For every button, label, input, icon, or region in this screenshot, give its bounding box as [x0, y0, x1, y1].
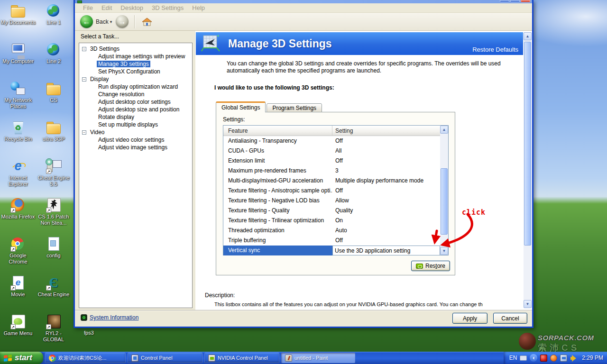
page-header-band: Manage 3D Settings Restore Defaults	[196, 32, 523, 55]
back-button[interactable]: ←	[80, 15, 93, 28]
desktop-icon-cs-1-6-patch-non-stea[interactable]: ↗CS 1.6 Patch Non Stea...	[36, 197, 71, 226]
display-tray-icon[interactable]	[560, 355, 567, 362]
start-button[interactable]: start	[0, 352, 43, 364]
tree-item-run-display-optimization-wizard[interactable]: Run display optimization wizard	[79, 83, 192, 91]
scroll-up-icon[interactable]: ▲	[440, 126, 448, 134]
collapse-chevron-icon[interactable]: ‹	[530, 354, 537, 362]
nvidia-icon	[208, 355, 215, 362]
tree-item-3d-settings[interactable]: −3D Settings	[79, 45, 192, 53]
keyboard-input-icon[interactable]	[520, 355, 527, 361]
taskbar-item-欢迎访问索沛cs论[interactable]: 欢迎访问索沛CS论...	[45, 353, 126, 363]
desktop-icon-game-menu[interactable]: ↗Game Menu	[0, 314, 36, 337]
settings-row-maximum-pre-rendered-frames[interactable]: Maximum pre-rendered frames3	[223, 166, 440, 176]
desktop-icon-my-documents[interactable]: My Documents	[0, 3, 36, 26]
collapse-box-icon[interactable]: −	[82, 130, 86, 135]
restore-defaults-link[interactable]: Restore Defaults	[472, 46, 518, 53]
antivirus-tray-icon[interactable]	[540, 355, 547, 362]
desktop-icon-ultra-3gp[interactable]: ultra 3GP	[36, 119, 71, 142]
desktop-icon-mozilla-firefox[interactable]: ↗Mozilla Firefox	[0, 197, 36, 220]
titlebar[interactable]	[75, 0, 532, 3]
volume-tray-icon[interactable]	[570, 355, 577, 362]
ce-e-icon: Є↗	[46, 275, 62, 290]
cancel-button[interactable]: Cancel	[493, 313, 527, 324]
desktop-icon-my-network-places[interactable]: My Network Places	[0, 81, 36, 109]
desktop-icon-google-chrome[interactable]: ↗Google Chrome	[0, 236, 36, 265]
table-scrollbar-thumb[interactable]	[441, 168, 448, 235]
menu-item-3d-settings[interactable]: 3D Settings	[147, 3, 188, 12]
tree-item-display[interactable]: −Display	[79, 75, 192, 83]
maximize-button[interactable]	[510, 0, 520, 2]
collapse-box-icon[interactable]: −	[82, 77, 86, 82]
tree-item-change-resolution[interactable]: Change resolution	[79, 91, 192, 98]
desktop-icon-line-2[interactable]: Line 2	[36, 42, 71, 64]
home-icon[interactable]	[141, 17, 153, 27]
page-scroll-down-icon[interactable]: ▼	[524, 300, 532, 308]
settings-row-extension-limit[interactable]: Extension limitOff	[223, 156, 440, 166]
settings-row-texture-filtering-negative-lod-bias[interactable]: Texture filtering - Negative LOD biasAll…	[223, 196, 440, 206]
settings-table-header: Feature Setting	[223, 126, 448, 136]
tree-item-set-up-multiple-displays[interactable]: Set up multiple displays	[79, 121, 192, 128]
tree-item-adjust-desktop-size-and-position[interactable]: Adjust desktop size and position	[79, 106, 192, 113]
tab-global-settings[interactable]: Global Settings	[216, 101, 266, 112]
restore-button[interactable]: Restore	[411, 261, 450, 271]
tab-program-settings[interactable]: Program Settings	[267, 103, 322, 112]
vertical-sync-combobox[interactable]: Use the 3D application setting ˅	[332, 246, 448, 255]
menu-item-file[interactable]: File	[79, 3, 97, 12]
shortcut-arrow-icon: ↗	[46, 324, 51, 329]
desktop-icon-cheat-engine-5-5[interactable]: ↗Cheat Engine 5.5	[36, 158, 71, 187]
settings-row-antialiasing-transparency[interactable]: Antialiasing - TransparencyOff	[223, 136, 440, 146]
menu-item-edit[interactable]: Edit	[97, 3, 116, 12]
settings-row-cuda-gpus[interactable]: CUDA - GPUsAll	[223, 146, 440, 156]
tree-item-adjust-image-settings-with-preview[interactable]: Adjust image settings with preview	[79, 53, 192, 60]
language-indicator[interactable]: EN	[509, 355, 517, 361]
security-alert-tray-icon[interactable]	[550, 355, 557, 362]
page-scrollbar[interactable]: ▲ ▼	[524, 32, 532, 308]
system-information-link[interactable]: System Information	[81, 314, 138, 321]
settings-row-threaded-optimization[interactable]: Threaded optimizationAuto	[223, 226, 440, 236]
scroll-down-icon[interactable]: ▼	[440, 247, 448, 255]
minimize-button[interactable]	[500, 0, 509, 2]
shortcut-arrow-icon: ↗	[10, 208, 16, 213]
apply-button[interactable]: Apply	[452, 313, 487, 324]
desktop-icon-line-1[interactable]: Line 1	[36, 3, 71, 26]
close-button[interactable]	[521, 0, 530, 2]
shortcut-arrow-icon: ↗	[46, 169, 51, 174]
tree-item-manage-3d-settings[interactable]: Manage 3D settings	[79, 60, 192, 68]
menu-item-help[interactable]: Help	[188, 3, 209, 12]
desktop-icon-cs[interactable]: CS	[36, 81, 71, 103]
tree-item-video[interactable]: −Video	[79, 128, 192, 136]
settings-row-texture-filtering-quality[interactable]: Texture filtering - QualityQuality	[223, 206, 440, 216]
table-scrollbar[interactable]: ▲ ▼	[440, 126, 448, 255]
collapse-box-icon[interactable]: −	[82, 47, 86, 51]
forward-button[interactable]: →	[116, 15, 129, 28]
tree-item-adjust-desktop-color-settings[interactable]: Adjust desktop color settings	[79, 98, 192, 106]
tree-item-rotate-display[interactable]: Rotate display	[79, 113, 192, 121]
menu-item-desktop[interactable]: Desktop	[116, 3, 147, 12]
desktop-icon-config[interactable]: config	[36, 236, 71, 259]
taskbar-item-nvidia-control-panel[interactable]: NVIDIA Control Panel	[204, 353, 279, 363]
toolbar: ← Back ▾ →	[75, 13, 532, 31]
settings-row-multi-display-mixed-gpu-acceleration[interactable]: Multi-display/mixed-GPU accelerationMult…	[223, 176, 440, 186]
back-dropdown-icon[interactable]: ▾	[110, 19, 112, 24]
desktop-icon-movie[interactable]: e↗Movie	[0, 275, 36, 298]
tree-item-adjust-video-image-settings[interactable]: Adjust video image settings	[79, 144, 192, 151]
page-scrollbar-thumb[interactable]	[524, 42, 531, 246]
settings-row-triple-buffering[interactable]: Triple bufferingOff	[223, 236, 440, 246]
tree-item-adjust-video-color-settings[interactable]: Adjust video color settings	[79, 136, 192, 144]
settings-row-texture-filtering-trilinear-optimization[interactable]: Texture filtering - Trilinear optimizati…	[223, 216, 440, 226]
desktop-icon-internet-explorer[interactable]: eInternet Explorer	[0, 158, 36, 187]
settings-row-texture-filtering-anisotropic-sample-opti[interactable]: Texture filtering - Anisotropic sample o…	[223, 186, 440, 196]
settings-row-vertical-sync[interactable]: Vertical sync Use the 3D application set…	[223, 246, 448, 255]
ce55-icon: ↗	[46, 158, 62, 173]
desktop-icon-recycle-bin[interactable]: ♻Recycle Bin	[0, 119, 36, 142]
page-scroll-up-icon[interactable]: ▲	[524, 32, 532, 40]
desktop-icon-my-computer[interactable]: My Computer	[0, 42, 36, 64]
taskbar-item-untitled-paint[interactable]: untitled - Paint	[281, 353, 355, 363]
taskbar-item-control-panel[interactable]: Control Panel	[128, 353, 202, 363]
tree-item-set-physx-configuration[interactable]: Set PhysX Configuration	[79, 68, 192, 75]
desktop-icon-fps3[interactable]: fps3	[84, 330, 94, 336]
desktop-icon-cheat-engine[interactable]: Є↗Cheat Engine	[36, 275, 71, 298]
desktop-icon-ryl2-global[interactable]: ↗RYL2 - GLOBAL	[36, 314, 71, 343]
control-panel-icon	[131, 355, 138, 362]
toolbar-separator	[134, 15, 135, 28]
